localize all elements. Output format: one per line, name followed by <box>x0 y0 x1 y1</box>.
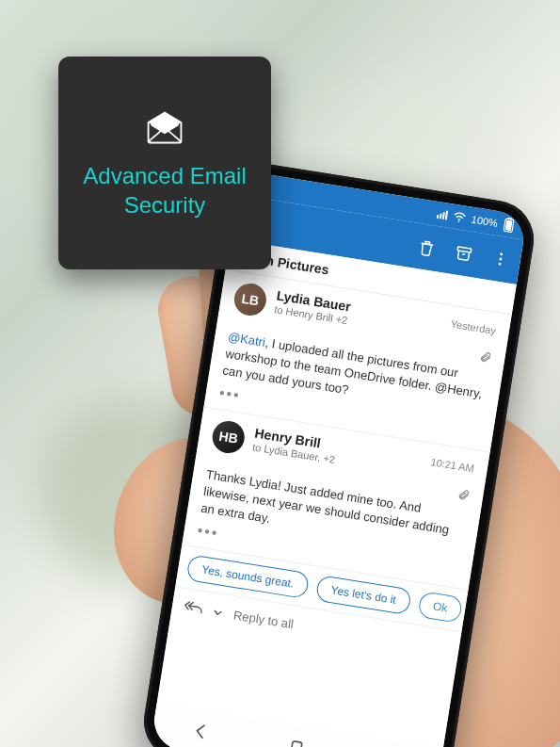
mail-open-icon <box>143 106 186 149</box>
svg-rect-4 <box>457 246 472 252</box>
delete-icon[interactable] <box>414 235 438 259</box>
signal-pct: 100% <box>471 214 499 229</box>
svg-point-0 <box>458 220 460 222</box>
signal-icon <box>437 209 448 220</box>
svg-point-7 <box>498 263 501 266</box>
overflow-icon[interactable] <box>488 247 512 270</box>
svg-rect-3 <box>505 220 513 232</box>
reply-dropdown-icon[interactable] <box>212 604 224 622</box>
promo-title: Advanced Email Security <box>75 162 254 219</box>
archive-icon[interactable] <box>452 241 475 265</box>
attachment-icon[interactable] <box>478 349 492 367</box>
svg-point-6 <box>499 257 502 260</box>
scene: 100% <box>0 0 560 747</box>
reply-all-icon[interactable] <box>182 598 205 620</box>
svg-point-5 <box>500 252 503 255</box>
suggestion-chip[interactable]: Yes let's do it <box>315 575 412 615</box>
attachment-icon[interactable] <box>456 487 471 505</box>
avatar: HB <box>210 418 247 455</box>
promo-card: Advanced Email Security <box>58 57 271 269</box>
svg-rect-8 <box>292 741 302 747</box>
nav-back-icon[interactable] <box>180 710 223 747</box>
nav-home-icon[interactable] <box>275 725 318 747</box>
avatar: LB <box>232 281 268 317</box>
battery-icon <box>502 217 515 234</box>
suggestion-chip[interactable]: Ok <box>417 591 463 624</box>
wifi-icon <box>452 211 467 224</box>
